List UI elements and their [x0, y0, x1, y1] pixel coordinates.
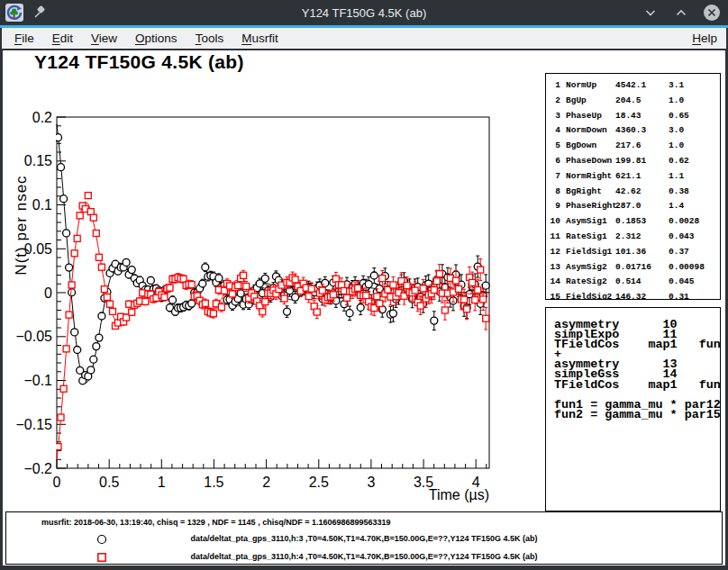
param-idx: 11 — [548, 230, 560, 245]
param-idx: 14 — [548, 275, 560, 290]
svg-text:Time (µs): Time (µs) — [429, 487, 489, 502]
param-idx: 7 — [548, 169, 560, 185]
param-val: 0.514 — [615, 275, 663, 290]
param-name: NormDown — [566, 123, 610, 139]
param-val: 217.6 — [615, 139, 663, 154]
param-idx: 6 — [548, 154, 560, 169]
param-name: NormUp — [566, 78, 610, 94]
svg-text:−0.2: −0.2 — [23, 461, 52, 476]
param-name: BgRight — [566, 185, 610, 200]
musrview-window: { "window": { "title": "Y124 TF150G 4.5K… — [0, 0, 728, 570]
param-idx: 13 — [548, 260, 560, 276]
param-val: 287.0 — [615, 199, 663, 214]
svg-text:0.15: 0.15 — [24, 153, 52, 168]
param-box: 1NormUp4542.13.12BgUp204.51.03PhaseUp18.… — [545, 73, 721, 300]
svg-text:3: 3 — [367, 475, 375, 490]
param-err: 0.38 — [669, 185, 720, 200]
param-idx: 4 — [548, 123, 560, 139]
param-table: 1NormUp4542.13.12BgUp204.51.03PhaseUp18.… — [546, 74, 720, 300]
param-name: FieldSig1 — [566, 245, 610, 260]
param-idx: 1 — [548, 78, 560, 94]
svg-text:0.1: 0.1 — [32, 197, 52, 213]
svg-text:0.5: 0.5 — [99, 475, 119, 490]
theory-box: asymmetry 10 simplExpo 11 TFieldCos map1… — [545, 307, 721, 511]
param-err: 3.1 — [669, 78, 720, 94]
param-err: 3.0 — [669, 123, 720, 139]
param-val: 621.1 — [615, 169, 663, 185]
param-name: RateSig2 — [566, 275, 610, 290]
svg-text:0.2: 0.2 — [32, 110, 52, 125]
param-idx: 10 — [548, 214, 560, 230]
param-val: 199.81 — [615, 154, 663, 169]
svg-text:2: 2 — [262, 475, 270, 490]
param-val: 4360.3 — [615, 123, 663, 139]
param-val: 4542.1 — [615, 78, 663, 94]
pad-title: Y124 TF150G 4.5K (ab) — [34, 51, 244, 73]
param-name: RateSig1 — [566, 230, 610, 245]
param-val: 42.62 — [615, 185, 663, 200]
param-val: 2.312 — [615, 230, 663, 245]
svg-text:−0.15: −0.15 — [16, 417, 53, 432]
param-err: 0.31 — [669, 290, 720, 300]
param-err: 0.043 — [669, 230, 720, 245]
param-err: 1.0 — [669, 94, 720, 109]
param-idx: 15 — [548, 290, 560, 300]
legend-label: data/deltat_pta_gps_3110,h:3 ,T0=4.50K,T… — [6, 534, 722, 543]
svg-text:0: 0 — [44, 285, 52, 301]
param-name: BgDown — [566, 139, 610, 154]
param-idx: 9 — [548, 199, 560, 214]
status-line: musrfit: 2018-06-30, 13:19:40, chisq = 1… — [41, 518, 390, 527]
param-err: 0.62 — [669, 154, 720, 169]
svg-text:1: 1 — [158, 475, 166, 490]
param-val: 0.01716 — [615, 260, 663, 276]
param-name: NormRight — [566, 169, 610, 185]
param-err: 1.4 — [669, 199, 720, 214]
param-val: 101.36 — [615, 245, 663, 260]
legend-label: data/deltat_pta_gps_3110,h:4 ,T0=4.50K,T… — [6, 552, 722, 561]
svg-text:1.5: 1.5 — [204, 475, 223, 490]
param-name: PhaseRight — [566, 199, 610, 214]
theory-text: asymmetry 10 simplExpo 11 TFieldCos map1… — [546, 308, 720, 420]
param-name: PhaseUp — [566, 109, 610, 124]
legend-row: data/deltat_pta_gps_3110,h:3 ,T0=4.50K,T… — [6, 534, 722, 547]
param-err: 0.0028 — [669, 214, 720, 230]
legend-row: data/deltat_pta_gps_3110,h:4 ,T0=4.50K,T… — [6, 552, 722, 565]
param-idx: 12 — [548, 245, 560, 260]
param-val: 204.5 — [615, 94, 663, 109]
stats-box: musrfit: 2018-06-30, 13:19:40, chisq = 1… — [5, 511, 723, 565]
param-val: 146.32 — [615, 290, 663, 300]
param-err: 0.65 — [669, 109, 720, 124]
param-idx: 5 — [548, 139, 560, 154]
param-name: PhaseDown — [566, 154, 610, 169]
param-val: 0.1853 — [615, 214, 663, 230]
param-val: 18.43 — [615, 109, 663, 124]
svg-text:2.5: 2.5 — [309, 475, 329, 490]
param-name: AsymSig1 — [566, 214, 610, 230]
param-idx: 3 — [548, 109, 560, 124]
svg-text:0: 0 — [53, 475, 61, 490]
param-err: 0.045 — [669, 275, 720, 290]
svg-text:−0.1: −0.1 — [23, 373, 52, 388]
param-idx: 2 — [548, 94, 560, 109]
svg-text:−0.05: −0.05 — [16, 329, 53, 344]
param-err: 1.1 — [669, 169, 720, 185]
param-err: 0.00098 — [669, 260, 720, 276]
param-idx: 8 — [548, 185, 560, 200]
param-name: BgUp — [566, 94, 610, 109]
param-err: 1.0 — [669, 139, 720, 154]
param-name: AsymSig2 — [566, 260, 610, 276]
param-name: FieldSig2 — [566, 290, 610, 300]
svg-text:N(t) per nsec: N(t) per nsec — [13, 175, 30, 275]
param-err: 0.37 — [669, 245, 720, 260]
